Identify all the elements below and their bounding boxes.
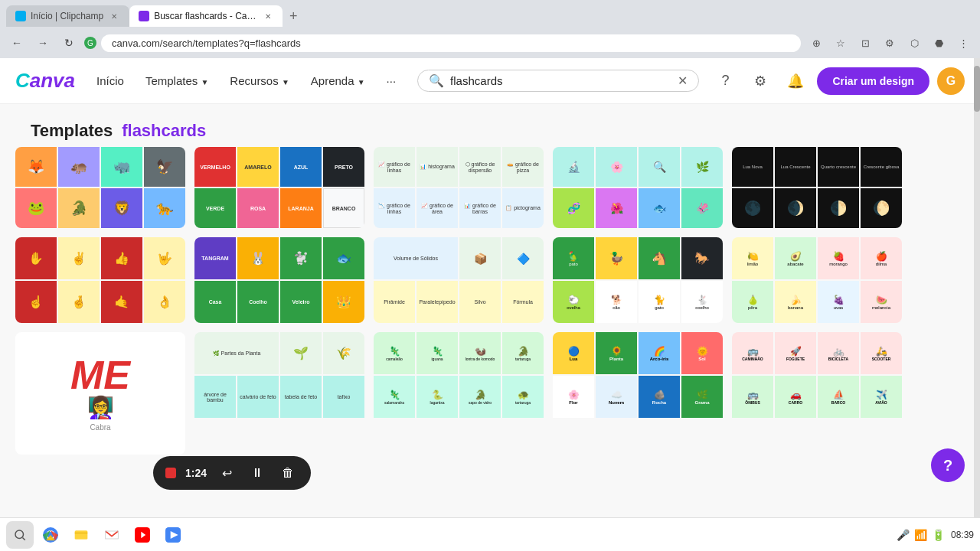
delete-recording-button[interactable]: 🗑 — [277, 462, 299, 484]
taskbar-play-icon[interactable] — [159, 521, 187, 549]
cell: tafixo — [323, 376, 364, 418]
bookmark-icon[interactable]: ☆ — [830, 32, 851, 54]
notifications-icon[interactable]: 🔔 — [782, 67, 809, 95]
refresh-button[interactable]: ↻ — [58, 32, 80, 54]
canva-logo[interactable]: Canva — [15, 69, 75, 93]
template-animals-farm[interactable]: 🦜pato 🦆 🐴 🐎 🐑ovelha 🐕cão 🐈gato 🐇coelho — [553, 237, 723, 323]
template-animals-colorful[interactable]: 🦊 🦛 🦏 🦅 🐸 🐊 🦁 🐆 — [15, 147, 185, 228]
cell: 🦏 — [101, 147, 142, 187]
cell: 🌸 — [596, 147, 637, 187]
cell: 🐊tartaruga — [502, 332, 544, 374]
help-fab-button[interactable]: ? — [931, 448, 965, 482]
forward-button[interactable]: → — [32, 32, 54, 54]
taskbar-search-icon[interactable] — [6, 521, 34, 549]
tab-close-clipchamp[interactable]: ✕ — [108, 10, 120, 22]
taskbar-files-icon[interactable] — [67, 521, 95, 549]
template-volume-solids[interactable]: Volume de Sólidos 📦 🔷 Pirâmide Paralelep… — [374, 237, 544, 323]
cell: ⛵BARCO — [818, 376, 859, 418]
create-design-button[interactable]: Criar um design — [817, 67, 929, 95]
help-icon[interactable]: ? — [711, 67, 739, 95]
ext4-icon[interactable]: ⬣ — [928, 32, 949, 54]
cell: Quarto crescente — [818, 147, 859, 187]
taskbar-gmail-icon[interactable] — [98, 521, 126, 549]
cell: árvore de bambu — [194, 376, 236, 418]
cell: 📈 gráfico de área — [416, 188, 458, 228]
content-area[interactable]: Templates flashcards 🦊 🦛 🦏 🦅 🐸 🐊 🦁 🐆 — [0, 104, 980, 551]
nav-recursos[interactable]: Recursos ▼ — [220, 70, 298, 92]
cell: 🍎dilma — [861, 237, 902, 279]
cell: 🐰 — [237, 237, 279, 279]
cell: Coelho — [237, 281, 279, 323]
recording-bar: 1:24 ↩ ⏸ 🗑 — [153, 456, 311, 490]
template-charts[interactable]: 📈 gráfico de linhas 📊 histograma ⬡ gráfi… — [374, 147, 544, 228]
menu-icon[interactable]: ⋮ — [952, 32, 974, 54]
tab-canva[interactable]: Buscar flashcards - Canva ✕ — [129, 5, 283, 27]
pause-recording-button[interactable]: ⏸ — [247, 462, 268, 484]
template-tangram[interactable]: TANGRAM 🐰 🐩 🐟 Casa Coelho Veleiro 👑 — [194, 237, 364, 323]
nav-more[interactable]: ··· — [377, 70, 406, 92]
cell: 🐊sapo de vidro — [459, 376, 501, 418]
cell: 🐇coelho — [681, 281, 723, 323]
cell: tabela de feto — [280, 376, 322, 418]
ext3-icon[interactable]: ⬡ — [903, 32, 925, 54]
tab-clipchamp[interactable]: Início | Clipchamp ✕ — [6, 5, 129, 27]
cell: 🦆 — [596, 237, 637, 279]
template-colors[interactable]: VERMELHO AMARELO AZUL PRETO VERDE ROSA L… — [194, 147, 364, 228]
template-row-1: 🦊 🦛 🦏 🦅 🐸 🐊 🦁 🐆 VERMELHO AMARELO AZUL PR… — [15, 147, 965, 228]
cell: 🔬 — [553, 147, 594, 187]
template-sign-language[interactable]: ✋ ✌️ 👍 🤟 ☝️ 🤞 🤙 👌 — [15, 237, 185, 323]
cell: Casa — [194, 281, 236, 323]
undo-recording-button[interactable]: ↩ — [216, 462, 237, 484]
cell: 🐎 — [681, 237, 723, 279]
share-icon[interactable]: ⊕ — [805, 32, 827, 54]
wifi-icon: 📶 — [914, 529, 927, 541]
taskbar-youtube-icon[interactable] — [129, 521, 156, 549]
cell: Veleiro — [280, 281, 322, 323]
taskbar-chrome-icon[interactable] — [37, 521, 64, 549]
canva-nav: Início Templates ▼ Recursos ▼ Aprenda ▼ … — [87, 70, 405, 92]
cell: 🔷 — [502, 237, 544, 279]
cell: 🐆 — [144, 188, 185, 228]
ext2-icon[interactable]: ⚙ — [879, 32, 900, 54]
nav-templates[interactable]: Templates ▼ — [136, 70, 217, 92]
template-plants[interactable]: 🌿 Partes da Planta 🌱 🌾 árvore de bambu c… — [194, 332, 364, 455]
template-moon-phases[interactable]: Lua Nova Lua Crescente Quarto crescente … — [732, 147, 902, 228]
battery-icon: 🔋 — [932, 529, 945, 541]
goat-label: Cabra — [70, 423, 130, 432]
new-tab-button[interactable]: + — [283, 5, 304, 27]
back-button[interactable]: ← — [6, 32, 28, 54]
nav-aprenda[interactable]: Aprenda ▼ — [302, 70, 374, 92]
cell: 🌱 — [280, 332, 322, 374]
cell: 🌔 — [861, 188, 902, 228]
template-me-teacher[interactable]: ME 👩‍🏫 Cabra — [15, 332, 185, 455]
template-weather[interactable]: 🔵Lua 🌻Planta 🌈Arco-íris 🌞Sol 🌸Flor ☁️Nuv… — [553, 332, 723, 455]
clear-search-icon[interactable]: ✕ — [678, 73, 688, 88]
template-biology[interactable]: 🔬 🌸 🔍 🌿 🧬 🌺 🐟 🦑 — [553, 147, 723, 228]
header-actions: ? ⚙ 🔔 Criar um design G — [711, 67, 965, 95]
cell: AZUL — [280, 147, 322, 187]
template-vehicles[interactable]: 🚌CAMINHÃO 🚀FOGUETE 🚲BICICLETA 🛵SCOOTER 🚌… — [732, 332, 902, 455]
template-fruits[interactable]: 🍋limão 🥑abacate 🍓morango 🍎dilma 🍐pêra 🍌b… — [732, 237, 902, 323]
canva-app: Canva Início Templates ▼ Recursos ▼ Apre… — [0, 58, 980, 551]
cell: ⬡ gráfico de dispersão — [459, 147, 501, 187]
cell: 🚲BICICLETA — [818, 332, 859, 374]
settings-icon[interactable]: ⚙ — [746, 67, 774, 95]
cell: Volume de Sólidos — [374, 237, 458, 279]
taskbar: 🎤 📶 🔋 08:39 — [0, 517, 980, 551]
cell: 🌺 — [596, 188, 637, 228]
cell: VERMELHO — [194, 147, 236, 187]
search-query-display: flashcards — [122, 121, 206, 141]
ext1-icon[interactable]: ⊡ — [854, 32, 876, 54]
cell: 🌿 Partes da Planta — [194, 332, 279, 374]
template-reptiles[interactable]: 🦎camaleão 🦎iguana 🦦lontra de komodo 🐊tar… — [374, 332, 544, 455]
tab-close-canva[interactable]: ✕ — [262, 10, 273, 22]
url-input[interactable] — [101, 34, 801, 52]
user-avatar[interactable]: G — [937, 67, 965, 95]
nav-inicio[interactable]: Início — [87, 70, 133, 92]
search-input[interactable] — [450, 74, 671, 87]
canva-favicon — [139, 11, 149, 21]
svg-rect-5 — [75, 530, 88, 540]
scroll-indicator[interactable] — [974, 58, 980, 517]
cell: 🦊 — [15, 147, 57, 187]
cell: 🌑 — [732, 188, 773, 228]
